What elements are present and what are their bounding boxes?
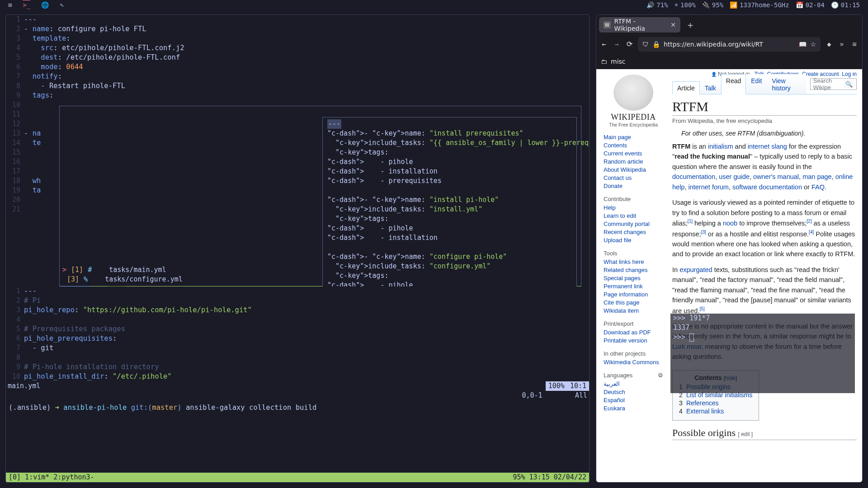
shield-icon[interactable]: 🛡 <box>642 41 649 48</box>
nav-item[interactable]: Contact us <box>604 174 663 181</box>
search-input[interactable]: Search Wikipe 🔍 <box>810 78 857 90</box>
link-user-guide[interactable]: user guide <box>719 173 750 180</box>
wikipedia-globe-icon <box>613 75 653 111</box>
overflow-icon[interactable]: » <box>838 40 846 48</box>
reload-button[interactable]: ⟳ <box>625 40 633 48</box>
link-man-page[interactable]: man page <box>802 173 832 180</box>
shell-prompt-area[interactable]: (.ansible) ➜ ansible-pi-hole git:(master… <box>6 400 589 473</box>
terminal-icon[interactable]: >_ <box>23 0 30 9</box>
shell-git-branch: master <box>152 404 177 412</box>
link-lurk-moar[interactable]: Lurk moar <box>672 343 701 350</box>
search-icon[interactable]: 🔍 <box>844 80 854 89</box>
nav-item[interactable]: Español <box>604 397 663 404</box>
nav-item[interactable]: Current events <box>604 150 663 157</box>
nav-item[interactable]: Download as PDF <box>604 329 663 336</box>
nav-item[interactable]: Learn to edit <box>604 212 663 219</box>
extension-icon[interactable]: ◆ <box>825 40 833 48</box>
search-placeholder: Search Wikipe <box>813 77 844 91</box>
edit-icon[interactable]: ✎ <box>60 1 63 9</box>
article-tab[interactable]: Article <box>672 81 700 94</box>
lock-icon[interactable]: 🔒 <box>652 41 660 48</box>
link-internet-slang[interactable]: internet slang <box>748 143 787 150</box>
nav-item[interactable]: العربية <box>604 380 663 387</box>
gear-icon[interactable]: ⚙ <box>658 372 663 379</box>
wifi-indicator: 📶 1337home-5GHz <box>730 1 789 9</box>
battery-indicator: 🔌 95% <box>702 1 723 9</box>
nav-tools: What links hereRelated changesSpecial pa… <box>604 258 663 314</box>
vim-ruler: 0,0-1 All <box>6 391 589 400</box>
nav-item[interactable]: Main page <box>604 134 663 141</box>
globe-icon[interactable]: 🌐 <box>41 1 49 9</box>
browser-window[interactable]: W RTFM - Wikipedia ✕ ＋ ← → ⟳ 🛡 🔒 https:/… <box>596 14 863 483</box>
reader-mode-icon[interactable]: 📖 <box>799 41 807 48</box>
nav-item[interactable]: Related changes <box>604 267 663 273</box>
bookmarks-bar[interactable]: 🗀 misc <box>596 54 862 69</box>
nav-contribute-header: Contribute <box>604 196 663 202</box>
link-internet-forum[interactable]: internet forum <box>688 183 728 191</box>
prompt-arrow-icon: ➜ <box>55 404 64 412</box>
toc-hide-link[interactable]: hide <box>725 375 736 381</box>
view-tab[interactable]: View history <box>767 74 806 94</box>
nav-item[interactable]: Wikidata item <box>604 307 663 314</box>
menu-icon[interactable]: ≡ <box>850 40 859 48</box>
link-faq[interactable]: FAQ <box>811 183 825 191</box>
status-filename: main.yml <box>6 381 42 391</box>
shell-cwd: ansible-pi-hole <box>63 404 127 412</box>
browser-tabstrip[interactable]: W RTFM - Wikipedia ✕ ＋ <box>596 15 862 35</box>
section-heading: Possible origins [ edit ] <box>672 427 857 440</box>
terminal-pane[interactable]: 123456789101112131415161718192021 --- - … <box>5 14 590 483</box>
toc-item[interactable]: 3References <box>679 399 752 407</box>
link-owners-manual[interactable]: owner's manual <box>753 173 799 180</box>
wikipedia-logo[interactable]: WIKIPEDIA The Free Encyclopedia <box>604 75 663 127</box>
toc-item[interactable]: 1Possible origins <box>679 383 752 390</box>
nav-item[interactable]: Help <box>604 204 663 211</box>
tab-close-icon[interactable]: ✕ <box>670 21 676 28</box>
nav-item[interactable]: What links here <box>604 258 663 265</box>
browser-tab-active[interactable]: W RTFM - Wikipedia ✕ <box>599 17 680 33</box>
code-lower[interactable]: --- # Pi pi_hole_repo: "https://github.c… <box>24 286 589 381</box>
nav-item[interactable]: Printable version <box>604 337 663 344</box>
article-tab[interactable]: Talk <box>700 81 721 94</box>
nav-item[interactable]: About Wikipedia <box>604 166 663 173</box>
shell-command: ansible-galaxy collection build <box>186 404 316 412</box>
toc-item[interactable]: 4External links <box>679 408 752 415</box>
tab-title: RTFM - Wikipedia <box>614 18 667 32</box>
bookmark-star-icon[interactable]: ☆ <box>810 41 816 48</box>
volume-indicator: 🔊 71% <box>646 1 668 9</box>
section-edit-link[interactable]: [ edit ] <box>738 431 753 437</box>
bookmark-folder[interactable]: misc <box>611 58 626 65</box>
forward-button[interactable]: → <box>613 40 621 48</box>
nav-item[interactable]: Special pages <box>604 275 663 282</box>
nav-item[interactable]: Upload file <box>604 237 663 244</box>
link-initialism[interactable]: initialism <box>708 143 733 150</box>
article-body[interactable]: Not logged in Talk Contributions Create … <box>668 69 862 482</box>
nav-item[interactable]: Random article <box>604 158 663 165</box>
new-tab-button[interactable]: ＋ <box>683 19 698 31</box>
view-tab[interactable]: Edit <box>746 74 767 94</box>
page-content[interactable]: WIKIPEDIA The Free Encyclopedia Main pag… <box>596 69 862 482</box>
workspace-icon[interactable]: ⊞ <box>8 1 12 9</box>
nav-item[interactable]: Cite this page <box>604 299 663 306</box>
link-noob[interactable]: noob <box>723 220 737 227</box>
nav-lang-header: Languages⚙ <box>604 372 663 379</box>
address-bar[interactable]: 🛡 🔒 https://en.wikipedia.org/wiki/RT 📖 ☆ <box>638 37 821 52</box>
nav-item[interactable]: Page information <box>604 291 663 298</box>
toc-item[interactable]: 2List of similar initialisms <box>679 391 752 399</box>
view-tab[interactable]: Read <box>721 74 746 94</box>
folder-icon: 🗀 <box>601 58 607 65</box>
nav-item[interactable]: Permanent link <box>604 283 663 290</box>
hatnote-link[interactable]: RTFM (disambiguation) <box>738 130 804 137</box>
nav-item[interactable]: Recent changes <box>604 229 663 235</box>
nav-item[interactable]: Contents <box>604 142 663 149</box>
nav-item[interactable]: Deutsch <box>604 389 663 395</box>
nav-item[interactable]: Wikimedia Commons <box>604 359 663 366</box>
nav-item[interactable]: Euskara <box>604 405 663 412</box>
link-documentation[interactable]: documentation <box>672 173 715 180</box>
link-software-documentation[interactable]: software documentation <box>732 183 802 191</box>
nav-item[interactable]: Community portal <box>604 221 663 227</box>
nav-other-header: In other projects <box>604 350 663 357</box>
nav-item[interactable]: Donate <box>604 183 663 189</box>
link-expurgated[interactable]: expurgated <box>679 266 712 273</box>
back-button[interactable]: ← <box>600 40 608 48</box>
code-upper[interactable]: --- - name: configure pi-hole FTL templa… <box>24 15 589 286</box>
